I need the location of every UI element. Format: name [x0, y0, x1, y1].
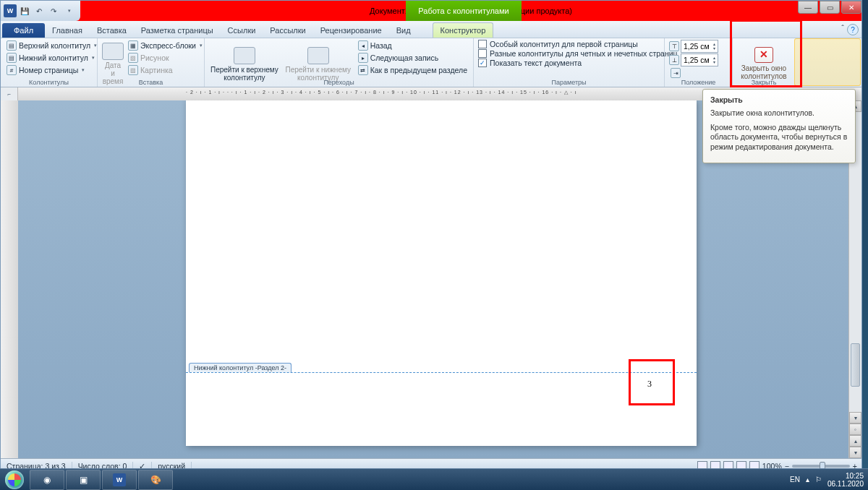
- group-label-close: Закрыть: [733, 79, 795, 86]
- group-label-hf: Колонтитулы: [1, 79, 97, 86]
- tab-icon: ⇥: [671, 68, 681, 78]
- tab-review[interactable]: Рецензирование: [313, 23, 389, 38]
- next-page-icon[interactable]: ▾: [849, 447, 861, 458]
- window-controls: — ▭ ✕: [796, 1, 861, 15]
- annotation-red-box-page: [629, 359, 675, 405]
- ruler-corner[interactable]: ⌐: [1, 87, 18, 100]
- quickparts-dropdown[interactable]: ▦Экспресс-блоки▾: [127, 40, 204, 51]
- task-explorer[interactable]: ▣: [66, 470, 101, 490]
- footer-dropdown[interactable]: ▤Нижний колонтитул▾: [5, 52, 98, 64]
- next-icon: ▸: [358, 53, 368, 63]
- link-to-previous-button[interactable]: ⇄Как в предыдущем разделе: [357, 64, 469, 76]
- header-icon: ▤: [7, 40, 17, 51]
- quickparts-icon: ▦: [128, 40, 138, 51]
- zoom-slider[interactable]: [792, 465, 850, 468]
- link-icon: ⇄: [358, 65, 368, 75]
- word-task-icon: W: [113, 473, 126, 486]
- document-page[interactable]: Нижний колонтитул -Раздел 2- 3: [186, 100, 697, 446]
- group-header-footer: ▤Верхний колонтитул▾ ▤Нижний колонтитул▾…: [1, 38, 98, 87]
- group-close: ✕ Закрыть окно колонтитулов Закрыть: [733, 38, 795, 87]
- group-label-position: Положение: [665, 79, 732, 86]
- titlebar: W 💾 ↶ ↷ ▾ Документ1 - Microsoft Word (Сб…: [1, 1, 861, 21]
- tooltip-line1: Закрытие окна колонтитулов.: [710, 108, 848, 119]
- prev-page-icon[interactable]: ▴: [849, 435, 861, 447]
- footer-section-tab: Нижний колонтитул -Раздел 2-: [189, 363, 292, 372]
- close-window-button[interactable]: ✕: [841, 1, 861, 14]
- group-navigation: Перейти к верхнему колонтитулу Перейти к…: [205, 38, 474, 87]
- file-tab[interactable]: Файл: [2, 23, 45, 38]
- group-options: Особый колонтитул для первой страницы Ра…: [474, 38, 665, 87]
- quick-access-toolbar: W 💾 ↶ ↷ ▾: [1, 1, 80, 21]
- close-icon: ✕: [754, 47, 773, 63]
- different-first-page-checkbox[interactable]: Особый колонтитул для первой страницы: [478, 40, 678, 48]
- tray-chevron-icon[interactable]: ▴: [806, 476, 809, 483]
- help-icon[interactable]: ?: [847, 24, 859, 35]
- tab-view[interactable]: Вид: [389, 23, 418, 38]
- checkbox-icon: [478, 40, 487, 48]
- picture-icon: ▧: [128, 53, 138, 63]
- scroll-down-icon[interactable]: ▾: [849, 412, 861, 424]
- insert-alignment-tab-button[interactable]: ⇥: [669, 67, 718, 79]
- ruler-icon: ⊥: [669, 55, 679, 65]
- tooltip-line2: Кроме того, можно дважды щелкнуть област…: [710, 123, 848, 152]
- start-button[interactable]: [0, 469, 29, 491]
- browse-object-icon[interactable]: ◦: [849, 424, 861, 435]
- group-position: ⊤1,25 см▴▾ ⊥1,25 см▴▾ ⇥ Положение: [665, 38, 733, 87]
- ruler-ticks: · 2 · ı · 1 · ı · · · ı · 1 · ı · 2 · ı …: [186, 90, 577, 95]
- footer-from-bottom-spinner[interactable]: ⊥1,25 см▴▾: [669, 53, 718, 66]
- system-tray: EN ▴ ⚐ 10:25 06.11.2020: [790, 472, 868, 488]
- group-label-options: Параметры: [474, 79, 664, 86]
- ribbon-tabs: Файл Главная Вставка Разметка страницы С…: [1, 21, 861, 38]
- minimize-button[interactable]: —: [798, 1, 818, 14]
- contextual-tab-title: Работа с колонтитулами: [406, 1, 522, 21]
- back-icon: ◂: [358, 40, 368, 51]
- tray-flag-icon[interactable]: ⚐: [815, 476, 822, 483]
- save-icon[interactable]: 💾: [18, 4, 31, 17]
- undo-icon[interactable]: ↶: [33, 4, 46, 17]
- goto-header-icon: [234, 47, 255, 64]
- group-label-nav: Переходы: [205, 79, 473, 86]
- word-app-icon: W: [4, 4, 17, 17]
- maximize-button[interactable]: ▭: [820, 1, 840, 14]
- calendar-icon: [102, 43, 124, 60]
- goto-footer-icon: [307, 47, 329, 64]
- clipart-icon: ▨: [128, 65, 138, 75]
- next-section-button[interactable]: ▸Следующая запись: [357, 52, 469, 64]
- tab-insert[interactable]: Вставка: [90, 23, 134, 38]
- picture-button[interactable]: ▧Рисунок: [127, 52, 204, 64]
- tray-lang[interactable]: EN: [790, 476, 800, 483]
- header-from-top-spinner[interactable]: ⊤1,25 см▴▾: [669, 40, 718, 53]
- taskbar: ◉ ▣ W 🎨 EN ▴ ⚐ 10:25 06.11.2020: [0, 468, 868, 490]
- vertical-ruler[interactable]: [1, 100, 18, 458]
- page-number-dropdown[interactable]: #Номер страницы▾: [5, 64, 98, 76]
- header-dropdown[interactable]: ▤Верхний колонтитул▾: [5, 40, 98, 51]
- different-odd-even-checkbox[interactable]: Разные колонтитулы для четных и нечетных…: [478, 49, 678, 58]
- app-window: W 💾 ↶ ↷ ▾ Документ1 - Microsoft Word (Сб…: [0, 0, 862, 473]
- windows-orb-icon: [5, 470, 24, 489]
- qat-dropdown-icon[interactable]: ▾: [63, 4, 76, 17]
- tooltip: Закрыть Закрытие окна колонтитулов. Кром…: [702, 89, 856, 163]
- hover-highlight: [794, 38, 861, 86]
- redo-icon[interactable]: ↷: [47, 4, 60, 17]
- previous-section-button[interactable]: ◂Назад: [357, 40, 469, 51]
- scroll-thumb[interactable]: [851, 343, 860, 387]
- ribbon: ▤Верхний колонтитул▾ ▤Нижний колонтитул▾…: [1, 38, 861, 87]
- tab-design[interactable]: Конструктор: [433, 22, 494, 38]
- ruler-icon: ⊤: [669, 41, 679, 51]
- task-chrome[interactable]: ◉: [30, 470, 64, 490]
- page-number-icon: #: [7, 65, 17, 75]
- tab-mailings[interactable]: Рассылки: [263, 23, 312, 38]
- clipart-button[interactable]: ▨Картинка: [127, 64, 204, 76]
- task-word[interactable]: W: [102, 470, 137, 490]
- tab-home[interactable]: Главная: [45, 23, 90, 38]
- task-paint[interactable]: 🎨: [138, 470, 173, 490]
- tooltip-title: Закрыть: [710, 95, 848, 104]
- footer-region[interactable]: Нижний колонтитул -Раздел 2- 3: [186, 372, 697, 373]
- checkbox-icon: [478, 49, 487, 58]
- tab-page-layout[interactable]: Разметка страницы: [134, 23, 221, 38]
- show-document-text-checkbox[interactable]: ✓Показать текст документа: [478, 59, 678, 67]
- checkbox-checked-icon: ✓: [478, 59, 487, 67]
- minimize-ribbon-icon[interactable]: ˆ: [841, 24, 844, 35]
- tab-references[interactable]: Ссылки: [221, 23, 263, 38]
- tray-clock[interactable]: 10:25 06.11.2020: [827, 472, 864, 488]
